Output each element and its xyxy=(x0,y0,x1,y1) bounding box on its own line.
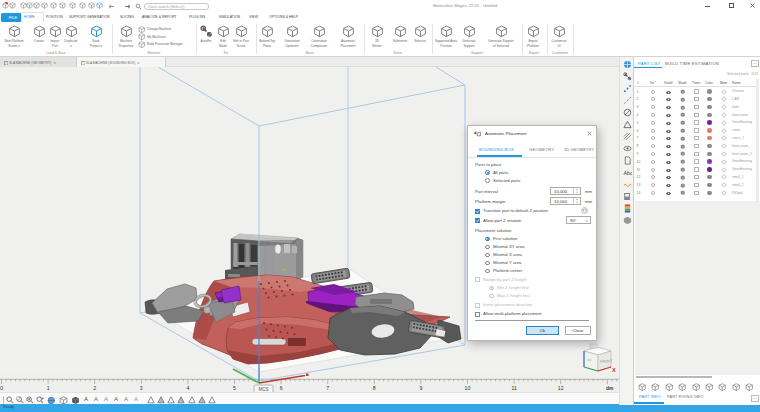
svg-text:X: X xyxy=(612,367,616,373)
svg-text:left: left xyxy=(587,358,592,363)
svg-text:Abc: Abc xyxy=(623,170,632,176)
